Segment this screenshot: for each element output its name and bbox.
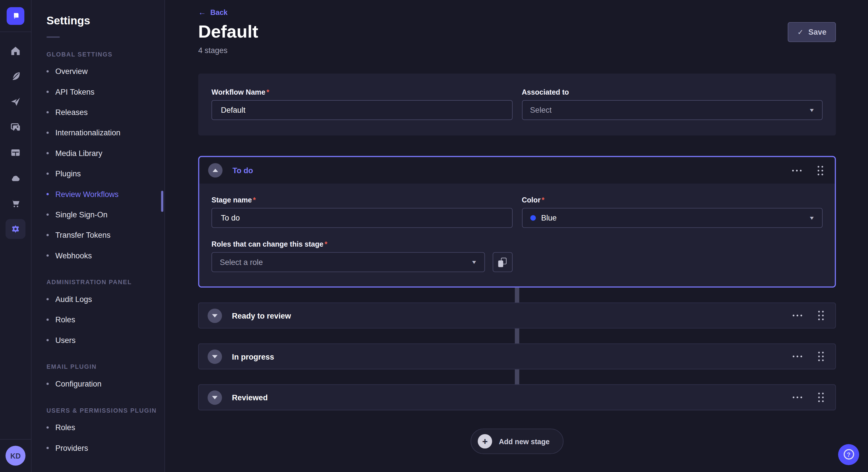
stage-more-menu-icon[interactable] bbox=[790, 167, 804, 173]
stage-more-menu-icon[interactable] bbox=[790, 312, 804, 318]
chevron-down-icon: ▼ bbox=[809, 107, 815, 113]
sidebar-item-overview[interactable]: Overview bbox=[46, 61, 164, 81]
bullet-icon bbox=[46, 234, 49, 236]
app-window: KD Settings GLOBAL SETTINGS Overview API… bbox=[0, 0, 868, 472]
drag-handle-icon[interactable] bbox=[817, 350, 826, 363]
bullet-icon bbox=[46, 298, 49, 300]
subnav-scrollbar-thumb[interactable] bbox=[161, 191, 163, 212]
chevron-down-icon bbox=[212, 355, 218, 358]
bullet-icon bbox=[46, 193, 49, 195]
sidebar-item-up-roles[interactable]: Roles bbox=[46, 417, 164, 437]
collapse-stage-button[interactable] bbox=[208, 163, 222, 177]
color-label: Color* bbox=[522, 196, 823, 204]
add-new-stage-button[interactable]: + Add new stage bbox=[471, 429, 564, 454]
expand-stage-button[interactable] bbox=[208, 349, 222, 364]
bullet-icon bbox=[46, 131, 49, 134]
bullet-icon bbox=[46, 382, 49, 385]
stage-connector bbox=[515, 369, 519, 384]
stage-card-reviewed: Reviewed bbox=[198, 384, 836, 410]
bullet-icon bbox=[46, 90, 49, 93]
workflow-name-input[interactable] bbox=[212, 100, 513, 120]
expand-stage-button[interactable] bbox=[208, 308, 222, 323]
copy-icon bbox=[498, 258, 507, 267]
user-avatar[interactable]: KD bbox=[5, 446, 25, 465]
required-asterisk: * bbox=[541, 196, 545, 204]
settings-gear-icon[interactable] bbox=[5, 219, 25, 239]
help-button[interactable]: ? bbox=[838, 444, 859, 465]
color-select[interactable]: Blue ▼ bbox=[522, 208, 823, 228]
subnav-title: Settings bbox=[46, 14, 164, 27]
workflow-form-panel: Workflow Name* Associated to Select ▼ bbox=[198, 73, 836, 135]
sidebar-item-email-configuration[interactable]: Configuration bbox=[46, 373, 164, 394]
content-manager-icon[interactable] bbox=[5, 143, 25, 163]
back-arrow-icon: ← bbox=[198, 8, 206, 16]
sidebar-item-media-library[interactable]: Media Library bbox=[46, 143, 164, 163]
section-label-administration-panel: ADMINISTRATION PANEL bbox=[46, 279, 164, 285]
drag-handle-icon[interactable] bbox=[817, 309, 826, 322]
required-asterisk: * bbox=[253, 196, 256, 204]
sidebar-item-plugins[interactable]: Plugins bbox=[46, 163, 164, 183]
drag-handle-icon[interactable] bbox=[816, 164, 825, 177]
workspace-logo[interactable] bbox=[0, 0, 31, 32]
stage-name-input[interactable] bbox=[212, 208, 513, 228]
stage-title: Reviewed bbox=[232, 393, 790, 402]
sidebar-item-admin-users[interactable]: Users bbox=[46, 330, 164, 350]
sidebar-item-review-workflows[interactable]: Review Workflows bbox=[46, 183, 164, 204]
required-asterisk: * bbox=[267, 88, 269, 96]
bullet-icon bbox=[46, 318, 49, 321]
save-button[interactable]: ✓ Save bbox=[788, 22, 836, 42]
associated-to-select[interactable]: Select ▼ bbox=[522, 100, 823, 120]
home-icon[interactable] bbox=[5, 41, 25, 61]
stage-title: To do bbox=[232, 166, 790, 175]
stage-color-field: Color* Blue ▼ bbox=[522, 196, 823, 228]
main-nav-rail: KD bbox=[0, 0, 32, 472]
stage-title: Ready to review bbox=[232, 311, 790, 320]
paper-plane-icon[interactable] bbox=[5, 92, 25, 111]
stage-more-menu-icon[interactable] bbox=[790, 394, 804, 400]
title-divider bbox=[46, 36, 60, 38]
stage-card-ready-to-review: Ready to review bbox=[198, 303, 836, 329]
settings-subnav: Settings GLOBAL SETTINGS Overview API To… bbox=[32, 0, 165, 472]
sidebar-item-admin-roles[interactable]: Roles bbox=[46, 309, 164, 330]
media-library-icon[interactable] bbox=[5, 117, 25, 137]
sidebar-item-webhooks[interactable]: Webhooks bbox=[46, 245, 164, 265]
bullet-icon bbox=[46, 111, 49, 113]
sidebar-item-up-providers[interactable]: Providers bbox=[46, 437, 164, 458]
cloud-icon[interactable] bbox=[5, 168, 25, 188]
bullet-icon bbox=[46, 254, 49, 256]
sidebar-item-releases[interactable]: Releases bbox=[46, 102, 164, 122]
back-link[interactable]: ← Back bbox=[198, 8, 227, 16]
drag-handle-icon[interactable] bbox=[817, 391, 826, 403]
stage-name-field: Stage name* bbox=[212, 196, 513, 228]
stage-card-in-progress: In progress bbox=[198, 343, 836, 370]
duplicate-stage-button[interactable] bbox=[492, 252, 512, 272]
marketplace-cart-icon[interactable] bbox=[5, 194, 25, 213]
check-icon: ✓ bbox=[797, 28, 803, 36]
stage-count: 4 stages bbox=[198, 46, 258, 55]
question-mark-icon: ? bbox=[843, 449, 854, 460]
chevron-down-icon bbox=[212, 314, 218, 317]
expand-stage-button[interactable] bbox=[208, 390, 222, 405]
section-label-global-settings: GLOBAL SETTINGS bbox=[46, 51, 164, 57]
associated-to-field: Associated to Select ▼ bbox=[522, 88, 823, 120]
bullet-icon bbox=[46, 426, 49, 429]
stage-more-menu-icon[interactable] bbox=[790, 353, 804, 359]
roles-select[interactable]: Select a role ▼ bbox=[212, 252, 485, 272]
sidebar-item-single-sign-on[interactable]: Single Sign-On bbox=[46, 204, 164, 225]
plus-icon: + bbox=[478, 434, 492, 448]
stage-card-to-do: To do Stage name* Col bbox=[198, 156, 836, 288]
stage-connector bbox=[515, 329, 519, 343]
sidebar-item-transfer-tokens[interactable]: Transfer Tokens bbox=[46, 225, 164, 245]
strapi-logo-icon bbox=[7, 7, 24, 25]
required-asterisk: * bbox=[324, 240, 328, 248]
chevron-down-icon bbox=[212, 396, 218, 399]
main-content: ← Back Default 4 stages ✓ Save Workflow … bbox=[165, 0, 868, 472]
stage-name-label: Stage name* bbox=[212, 196, 513, 204]
bullet-icon bbox=[46, 446, 49, 449]
sidebar-item-api-tokens[interactable]: API Tokens bbox=[46, 81, 164, 102]
associated-to-label: Associated to bbox=[522, 88, 823, 96]
sidebar-item-audit-logs[interactable]: Audit Logs bbox=[46, 289, 164, 309]
content-type-builder-icon[interactable] bbox=[5, 66, 25, 86]
chevron-down-icon: ▼ bbox=[809, 215, 815, 221]
sidebar-item-internationalization[interactable]: Internationalization bbox=[46, 122, 164, 142]
